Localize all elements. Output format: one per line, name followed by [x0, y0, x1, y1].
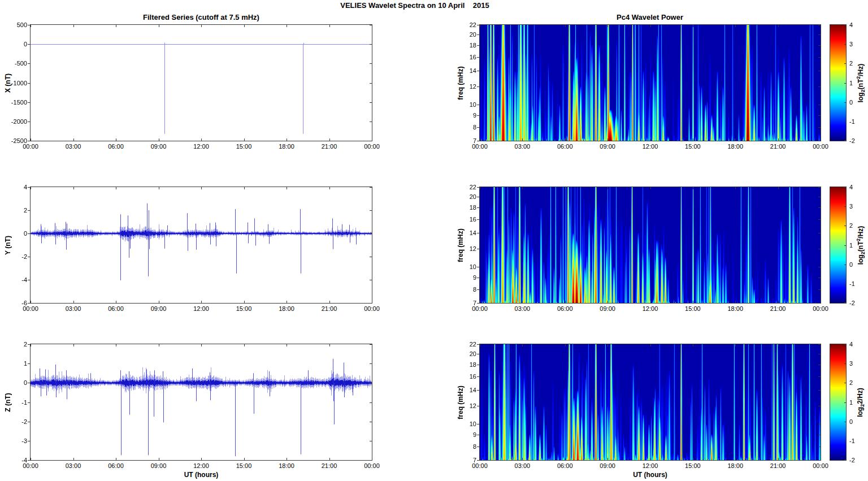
y-tick-mark — [818, 424, 821, 424]
y-tick-mark — [370, 63, 372, 64]
x-tick-mark — [201, 187, 202, 189]
x-tick-label: 15:00 — [236, 305, 252, 312]
x-tick-mark — [73, 301, 74, 303]
y-tick-mark — [28, 383, 30, 383]
x-tick-label: 03:00 — [66, 462, 81, 469]
y-tick-mark — [370, 102, 372, 103]
colorbar-tick-mark — [844, 344, 846, 345]
panel-z-filtered-series: Z (nT) UT (hours) 00:0003:0006:0009:0012… — [30, 344, 371, 461]
x-tick-label: 12:00 — [643, 143, 658, 150]
y-tick-mark — [477, 57, 479, 58]
y-tick-mark — [370, 422, 372, 422]
x-tick-mark — [116, 458, 116, 460]
x-tick-mark — [73, 187, 74, 189]
x-tick-mark — [522, 187, 523, 189]
y-tick-label: 10 — [453, 421, 476, 428]
y-tick-mark — [477, 354, 479, 354]
x-tick-mark — [372, 138, 372, 141]
x-tick-mark — [607, 458, 608, 460]
y-tick-mark — [818, 197, 821, 197]
x-tick-mark — [650, 458, 651, 460]
y-tick-label: 20 — [453, 193, 476, 201]
panel-z-wavelet-power: freq (mHz) UT (hours) 00:0003:0006:0009:… — [479, 344, 820, 461]
x-tick-mark — [735, 187, 736, 189]
y-tick-label: 9 — [453, 112, 476, 119]
y-tick-label: 2 — [3, 341, 27, 348]
colorbar-tick-mark — [844, 102, 846, 103]
y-tick-mark — [477, 267, 479, 267]
x-tick-label: 06:00 — [108, 305, 124, 312]
colorbar-tick-mark — [844, 206, 846, 207]
colorbar-tick-label: -2 — [849, 137, 855, 145]
y-tick-mark — [818, 435, 821, 435]
y-tick-mark — [477, 71, 479, 71]
x-tick-label: 09:00 — [151, 143, 167, 150]
y-tick-mark — [818, 57, 821, 58]
x-tick-label: 03:00 — [515, 462, 531, 469]
x-tick-mark — [735, 25, 736, 27]
y-tick-label: 500 — [3, 21, 27, 29]
colorbar-z-wavelet: log22/Hz) 43210-1-2 — [830, 344, 847, 461]
x-series-canvas — [31, 25, 372, 141]
x-tick-label: 12:00 — [193, 462, 209, 469]
y-tick-label: 8 — [453, 443, 476, 450]
x-tick-mark — [693, 138, 693, 141]
x-tick-mark — [565, 458, 566, 460]
x-tick-label: 21:00 — [322, 462, 337, 469]
y-tick-mark — [28, 441, 30, 441]
y-tick-label: 7 — [453, 300, 476, 307]
y-tick-label: -1000 — [3, 80, 27, 87]
colorbar-gradient — [830, 25, 846, 141]
y-tick-mark — [370, 83, 372, 84]
x-tick-mark — [821, 458, 821, 460]
y-tick-mark — [370, 141, 372, 141]
y-tick-mark — [28, 122, 30, 122]
x-tick-label: 18:00 — [727, 462, 743, 469]
y-tick-mark — [818, 354, 821, 354]
x-tick-mark — [522, 458, 523, 460]
y-tick-mark — [370, 210, 372, 211]
x-tick-mark — [73, 344, 74, 346]
y-tick-mark — [477, 141, 479, 141]
colorbar-tick-label: 2 — [849, 60, 853, 67]
x-tick-label: 09:00 — [600, 143, 615, 150]
x-tick-mark — [650, 25, 651, 27]
x-tick-mark — [607, 344, 608, 346]
y-tick-mark — [477, 34, 479, 35]
colorbar-tick-label: 1 — [849, 399, 853, 406]
x-tick-mark — [287, 458, 287, 460]
y-tick-mark — [818, 390, 821, 391]
y-tick-label: 16 — [453, 54, 476, 61]
colorbar-tick-label: -1 — [849, 437, 855, 445]
x-tick-mark — [821, 25, 821, 27]
y-tick-label: 9 — [453, 274, 476, 281]
y-tick-mark — [477, 424, 479, 424]
y-tick-mark — [818, 233, 821, 233]
y-tick-mark — [28, 363, 30, 364]
x-tick-mark — [329, 25, 330, 27]
y-tick-mark — [818, 447, 821, 447]
y-tick-mark — [28, 210, 30, 211]
y-tick-label: 0 — [3, 41, 27, 48]
y-tick-label: 0 — [3, 230, 27, 237]
x-tick-label: 09:00 — [600, 305, 615, 312]
x-tick-mark — [480, 458, 480, 460]
x-tick-mark — [522, 25, 523, 27]
y-tick-mark — [477, 127, 479, 128]
x-tick-mark — [522, 138, 523, 141]
colorbar-tick-label: 4 — [849, 21, 853, 29]
x-tick-mark — [693, 187, 693, 189]
x-tick-label: 18:00 — [279, 305, 294, 312]
y-wavelet-spectrogram-canvas — [480, 187, 821, 303]
x-tick-label: 18:00 — [279, 143, 294, 150]
y-tick-label: 20 — [453, 31, 476, 38]
y-tick-mark — [818, 127, 821, 128]
y-tick-label: 14 — [453, 67, 476, 75]
y-tick-label: 22 — [453, 184, 476, 191]
x-tick-mark — [778, 344, 779, 346]
x-tick-label: 18:00 — [279, 462, 294, 469]
x-tick-mark — [735, 301, 736, 303]
x-tick-mark — [244, 138, 245, 141]
y-tick-label: 14 — [453, 387, 476, 394]
y-tick-mark — [28, 233, 30, 234]
